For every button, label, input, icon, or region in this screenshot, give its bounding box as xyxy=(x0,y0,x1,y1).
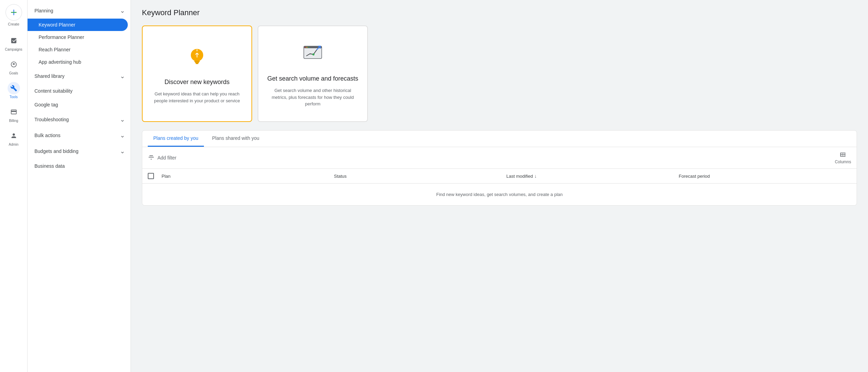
sidebar-header-planning[interactable]: Planning ⌄ xyxy=(28,3,131,19)
sort-arrow-icon: ↓ xyxy=(534,173,537,179)
discover-card-title: Discover new keywords xyxy=(164,78,229,86)
sidebar-item-campaigns[interactable]: Campaigns xyxy=(0,32,27,54)
forecast-card-desc: Get search volume and other historical m… xyxy=(267,87,359,107)
sidebar-header-budgets-bidding[interactable]: Budgets and bidding ⌄ xyxy=(28,143,131,159)
empty-state-message: Find new keyword ideas, get search volum… xyxy=(142,184,857,205)
discover-card-desc: Get keyword ideas that can help you reac… xyxy=(151,91,243,104)
sidebar-section-planning: Planning ⌄ Keyword Planner Performance P… xyxy=(28,3,131,68)
sidebar-header-google-tag[interactable]: Google tag xyxy=(28,98,131,112)
header-modified-label: Last modified xyxy=(506,174,533,179)
page-title: Keyword Planner xyxy=(142,8,857,17)
discover-keywords-card[interactable]: Discover new keywords Get keyword ideas … xyxy=(142,25,252,122)
header-plan-label: Plan xyxy=(162,174,170,179)
budgets-bidding-chevron: ⌄ xyxy=(120,147,125,155)
columns-label: Columns xyxy=(835,159,851,164)
troubleshooting-chevron: ⌄ xyxy=(120,116,125,123)
svg-point-12 xyxy=(308,47,309,48)
columns-button[interactable]: Columns xyxy=(835,151,851,164)
lightbulb-icon xyxy=(183,43,211,71)
create-button[interactable] xyxy=(6,4,22,21)
svg-rect-4 xyxy=(195,62,199,63)
chart-icon xyxy=(299,40,327,68)
main-content: Keyword Planner Discover new keywords Ge… xyxy=(131,0,868,372)
planning-chevron: ⌄ xyxy=(120,7,125,14)
sidebar-header-business-data[interactable]: Business data xyxy=(28,159,131,173)
bulk-actions-label: Bulk actions xyxy=(34,133,60,138)
tools-label: Tools xyxy=(10,95,18,99)
header-status: Status xyxy=(334,174,507,179)
goals-label: Goals xyxy=(9,71,18,75)
sidebar-item-goals[interactable]: Goals xyxy=(0,55,27,78)
shared-library-label: Shared library xyxy=(34,73,64,79)
plans-tabs: Plans created by you Plans shared with y… xyxy=(142,131,857,147)
svg-rect-5 xyxy=(196,63,198,64)
sidebar-item-tools[interactable]: Tools xyxy=(0,79,27,102)
tab-plans-shared-with-you[interactable]: Plans shared with you xyxy=(207,131,265,147)
sidebar: Planning ⌄ Keyword Planner Performance P… xyxy=(28,0,131,372)
sidebar-item-admin[interactable]: Admin xyxy=(0,127,27,149)
plans-toolbar: Add filter Columns xyxy=(142,147,857,169)
empty-message-text: Find new keyword ideas, get search volum… xyxy=(436,192,562,197)
sidebar-item-billing[interactable]: Billing xyxy=(0,103,27,125)
keyword-planner-label: Keyword Planner xyxy=(39,22,75,28)
sidebar-section-bulk-actions: Bulk actions ⌄ xyxy=(28,127,131,143)
create-label: Create xyxy=(8,22,19,26)
campaigns-label: Campaigns xyxy=(5,48,22,51)
sidebar-item-performance-planner[interactable]: Performance Planner xyxy=(28,31,128,43)
svg-rect-3 xyxy=(194,61,200,62)
filter-area[interactable]: Add filter xyxy=(148,154,176,161)
sidebar-section-content-suitability: Content suitability xyxy=(28,84,131,98)
header-status-label: Status xyxy=(334,174,347,179)
sidebar-header-shared-library[interactable]: Shared library ⌄ xyxy=(28,68,131,84)
business-data-label: Business data xyxy=(34,163,65,169)
reach-planner-label: Reach Planner xyxy=(39,47,71,52)
bulk-actions-chevron: ⌄ xyxy=(120,132,125,139)
header-checkbox-col xyxy=(148,173,162,179)
table-header: Plan Status Last modified ↓ Forecast per… xyxy=(142,169,857,184)
search-volume-card[interactable]: Get search volume and forecasts Get sear… xyxy=(258,25,368,122)
shared-library-chevron: ⌄ xyxy=(120,72,125,80)
budgets-bidding-label: Budgets and bidding xyxy=(34,148,79,154)
sidebar-section-shared-library: Shared library ⌄ xyxy=(28,68,131,84)
planning-label: Planning xyxy=(34,8,53,13)
svg-point-10 xyxy=(305,47,306,48)
sidebar-header-troubleshooting[interactable]: Troubleshooting ⌄ xyxy=(28,112,131,127)
sidebar-item-reach-planner[interactable]: Reach Planner xyxy=(28,43,128,56)
svg-point-13 xyxy=(312,53,314,55)
columns-icon xyxy=(839,151,846,158)
sidebar-section-google-tag: Google tag xyxy=(28,98,131,112)
cards-row: Discover new keywords Get keyword ideas … xyxy=(142,25,857,122)
troubleshooting-label: Troubleshooting xyxy=(34,117,69,122)
sidebar-header-bulk-actions[interactable]: Bulk actions ⌄ xyxy=(28,127,131,143)
billing-label: Billing xyxy=(9,119,18,123)
plans-section: Plans created by you Plans shared with y… xyxy=(142,130,857,206)
forecast-card-title: Get search volume and forecasts xyxy=(267,74,358,83)
sidebar-item-app-hub[interactable]: App advertising hub xyxy=(28,56,128,68)
select-all-checkbox[interactable] xyxy=(148,173,154,179)
app-hub-label: App advertising hub xyxy=(39,59,81,65)
content-suitability-label: Content suitability xyxy=(34,88,73,94)
filter-label: Add filter xyxy=(157,155,176,161)
sidebar-section-budgets-bidding: Budgets and bidding ⌄ xyxy=(28,143,131,159)
svg-point-11 xyxy=(307,47,308,48)
left-nav: Create Campaigns Goals Tools xyxy=(0,0,28,372)
sidebar-header-content-suitability[interactable]: Content suitability xyxy=(28,84,131,98)
admin-label: Admin xyxy=(9,143,18,146)
sidebar-section-business-data: Business data xyxy=(28,159,131,173)
google-tag-label: Google tag xyxy=(34,102,58,107)
tab-plans-created-by-you[interactable]: Plans created by you xyxy=(148,131,204,147)
sidebar-section-troubleshooting: Troubleshooting ⌄ xyxy=(28,112,131,127)
header-forecast-period: Forecast period xyxy=(679,174,851,179)
tab-created-label: Plans created by you xyxy=(153,135,198,141)
header-forecast-label: Forecast period xyxy=(679,174,710,179)
filter-icon xyxy=(148,154,155,161)
tab-shared-label: Plans shared with you xyxy=(212,135,259,141)
performance-planner-label: Performance Planner xyxy=(39,34,84,40)
sidebar-item-keyword-planner[interactable]: Keyword Planner xyxy=(28,19,128,31)
header-plan: Plan xyxy=(162,174,334,179)
header-last-modified[interactable]: Last modified ↓ xyxy=(506,173,679,179)
